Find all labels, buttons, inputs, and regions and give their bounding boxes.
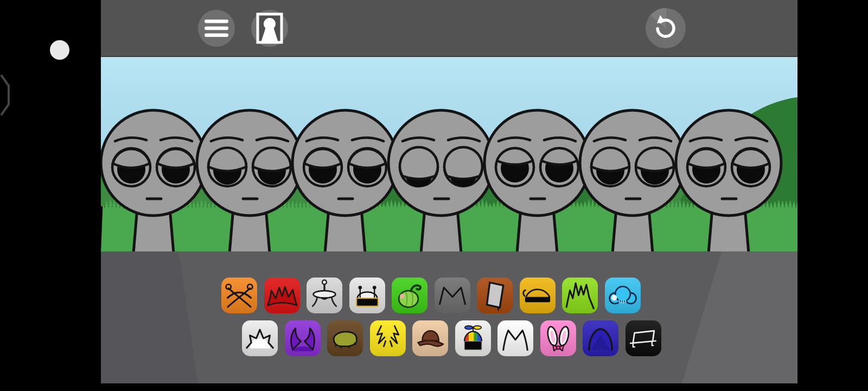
palette-row-2 xyxy=(242,320,661,356)
floor-shade-right xyxy=(682,251,797,383)
character-2-low-eyes[interactable] xyxy=(195,109,304,251)
palette-glyph xyxy=(392,278,427,313)
palette-glyph xyxy=(327,320,363,356)
character-1-half-eyes[interactable] xyxy=(101,109,208,251)
palette-glyph xyxy=(626,320,661,356)
character-4-sleepy-eyes[interactable] xyxy=(387,109,495,251)
palette-icon-lightning-bolts[interactable] xyxy=(370,320,406,356)
portrait-keyhole-icon xyxy=(251,10,288,47)
palette-icon-flame-crown[interactable] xyxy=(264,278,300,313)
palette-icon-blue-hood[interactable] xyxy=(583,320,618,356)
palette-glyph xyxy=(285,320,321,356)
palette-glyph xyxy=(455,320,491,356)
palette-icon-cat-ears-white[interactable] xyxy=(497,320,533,356)
palette-icon-moss-wig[interactable] xyxy=(327,320,363,356)
palette-icon-propeller-cap[interactable] xyxy=(455,320,491,356)
palette-icon-gold-visor[interactable] xyxy=(520,278,556,313)
palette-glyph xyxy=(497,320,533,356)
palette-icon-cat-ears-shadow[interactable] xyxy=(435,278,470,313)
character-3-half-eyes[interactable] xyxy=(291,109,399,251)
record-dot xyxy=(50,40,69,60)
menu-button[interactable] xyxy=(198,10,235,47)
refresh-icon xyxy=(646,8,686,48)
palette-glyph xyxy=(221,278,257,313)
palette-glyph xyxy=(583,320,618,356)
palette-icon-plunger-hat[interactable] xyxy=(307,278,342,313)
palette-icon-sun-crown[interactable] xyxy=(242,320,278,356)
palette-glyph xyxy=(370,320,406,356)
palette-glyph xyxy=(349,278,385,313)
palette-glyph xyxy=(540,320,576,356)
palette-icon-white-outline-hat[interactable] xyxy=(626,320,661,356)
palette-glyph xyxy=(242,320,278,356)
palette-glyph xyxy=(605,278,641,313)
palette-icon-spiky-hair[interactable] xyxy=(562,278,598,313)
palette-glyph xyxy=(307,278,342,313)
floor-shade-left xyxy=(101,251,198,383)
palette-glyph xyxy=(562,278,598,313)
palette-icon-green-gourd[interactable] xyxy=(392,278,427,313)
palette-icon-fedora[interactable] xyxy=(412,320,448,356)
app-screen xyxy=(0,0,868,391)
character-7-half-eyes[interactable] xyxy=(674,109,783,251)
hamburger-icon xyxy=(198,10,235,47)
palette-glyph xyxy=(520,278,556,313)
palette-icon-antennae-headband[interactable] xyxy=(221,278,257,313)
palette-row-1 xyxy=(221,278,641,313)
palette-glyph xyxy=(477,278,513,313)
palette-glyph xyxy=(264,278,300,313)
reset-button[interactable] xyxy=(646,8,686,48)
palette-icon-robot-visor[interactable] xyxy=(349,278,385,313)
palette-icon-devil-horns[interactable] xyxy=(285,320,321,356)
game-viewport xyxy=(101,0,797,383)
character-5-open-eyes[interactable] xyxy=(483,109,591,251)
header-bar xyxy=(101,0,797,57)
stage-floor xyxy=(101,251,797,383)
character-select-button[interactable] xyxy=(251,10,288,47)
palette-glyph xyxy=(412,320,448,356)
character-6-low-eyes[interactable] xyxy=(578,109,687,251)
palette-icon-leaning-slab[interactable] xyxy=(477,278,513,313)
palette-icon-bunny-ears[interactable] xyxy=(540,320,576,356)
palette-icon-cloud-ears[interactable] xyxy=(605,278,641,313)
palette-glyph xyxy=(435,278,470,313)
edge-notch xyxy=(0,71,12,119)
